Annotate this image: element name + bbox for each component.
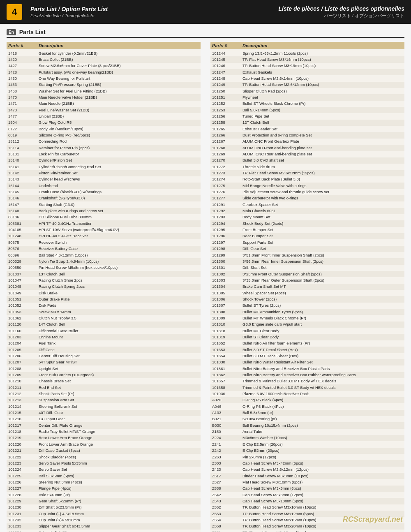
table-row: 1433Starting Pin/Pressure Spring (21BB) bbox=[7, 82, 201, 88]
part-description: Bullet 3.0 MT Decal Sheet (Hex) bbox=[242, 354, 403, 359]
part-number: 101862 bbox=[212, 372, 241, 377]
part-description: Roto-Start Back Plate (Bullet 3.0) bbox=[242, 177, 403, 182]
table-row: Z558TP. Button Head Screw M3x20mm (10pcs… bbox=[210, 523, 404, 530]
table-row: 101229Gear Shaft 5x29mm (Pr) bbox=[7, 498, 201, 504]
table-row: 101221Diff Case Gasket (3pcs) bbox=[7, 448, 201, 454]
table-row: 101232Cup Joint (R)4.5x18mm bbox=[7, 517, 201, 523]
part-description: Trimmed & Painted Bullet 3.0 ST Body w/ … bbox=[242, 385, 403, 390]
table-row: 101253Ball 5.8x14mm (5pcs) bbox=[210, 107, 404, 113]
part-description: Silicone O-ring P-3 (red/5pcs) bbox=[39, 133, 199, 138]
table-row: 101272Throttle slide drum bbox=[210, 164, 404, 170]
part-number: 101253 bbox=[212, 108, 241, 113]
table-row: 1504Glow Plug Cold R5 bbox=[7, 120, 201, 126]
table-row: 101252Bullet ST Wheels Black Chrome (Pr) bbox=[210, 101, 404, 107]
left-col-header: Parts # Description bbox=[7, 42, 201, 49]
right-desc-header: Description bbox=[242, 43, 403, 48]
part-number: 101051 bbox=[8, 297, 37, 302]
part-number: 101301 bbox=[212, 265, 241, 270]
right-parts-list: 101244Spring 13.5x63x1.2mm 11coils (2pcs… bbox=[210, 50, 404, 532]
table-row: 101291Gearbox Spacer Set bbox=[210, 201, 404, 208]
part-description: 13T Input Gear bbox=[39, 416, 199, 421]
part-description: Cap Head Screw M3x42mm (6pcs) bbox=[242, 461, 403, 466]
table-row: 101249TP. Button Head Screw M2.6*12mm (1… bbox=[210, 82, 404, 88]
part-description: O-Ring P5 Black (4pcs) bbox=[242, 398, 403, 402]
part-description: HPI SF-10W Servo (waterproof/4.5kg-cm6.0… bbox=[39, 227, 199, 232]
table-row: 101309Bullet MT Wheels Black Chrome (Pr) bbox=[210, 315, 404, 321]
part-description: Disk Pads bbox=[39, 303, 199, 308]
table-row: 101256Tuned Pipe Set bbox=[210, 113, 404, 119]
part-description: TP. Button Head Screw M3x20mm (10pcs) bbox=[242, 524, 403, 529]
table-row: 101222Shock Bladder (4pcs) bbox=[7, 454, 201, 460]
table-row: 101307Bullet ST Tyres (2pcs) bbox=[210, 303, 404, 309]
part-description: Steering Nut 3mm (4pcs) bbox=[39, 480, 199, 485]
part-number: 15112 bbox=[8, 139, 37, 144]
part-description: Washer Set for Fuel Line Fitting (21BB) bbox=[39, 89, 199, 94]
part-description: Bullet Nitro Water Resistant Air Filter … bbox=[242, 360, 403, 365]
part-number: 101048 bbox=[8, 284, 37, 289]
table-row: 101203Engine Mount bbox=[7, 334, 201, 340]
part-description: Plazma 6.0V 1600mAh Receiver Pack bbox=[242, 391, 403, 396]
part-number: 101266 bbox=[212, 133, 241, 138]
part-description: Pin 2x8mm (12pcs) bbox=[242, 455, 403, 460]
part-description: Glow Plug Cold R5 bbox=[39, 120, 199, 125]
part-number: 1471 bbox=[8, 101, 37, 106]
table-row: 15144Underhead bbox=[7, 183, 201, 189]
table-row: 101160Differential Case Bullet bbox=[7, 328, 201, 334]
part-description: TP. Flanged Screw M3x10mm (6pcs) bbox=[242, 530, 403, 532]
part-number: 101273 bbox=[212, 171, 241, 176]
part-description: Mid Range Needle Valve with o-rings bbox=[242, 183, 403, 188]
part-description: Binder Head Screw M3x8mm (10 pcs) bbox=[242, 474, 403, 479]
part-description: Crankshaft (SG type/G3.0) bbox=[39, 196, 199, 201]
part-description: Differential Case Bullet bbox=[39, 328, 199, 333]
part-number: 104105 bbox=[8, 227, 37, 232]
part-description: Bullet MT Wheels Black Chrome (Pr) bbox=[242, 316, 403, 321]
table-row: 68186HD Silicone Fuel Tube 300mm bbox=[7, 214, 201, 220]
table-row: 1477Uniball (21BB) bbox=[7, 113, 201, 119]
table-row: 10121540T Diff. Gear bbox=[7, 410, 201, 416]
table-row: 15142Piston Pin/retainer Set bbox=[7, 170, 201, 176]
table-row: 101297Support Parts Set bbox=[210, 239, 404, 245]
part-description: Clutch Nut Trophy 3.5 bbox=[39, 316, 199, 321]
part-description: Bullet MT Ammunition Tyres (2pcs) bbox=[242, 310, 403, 315]
table-row: 10121613T Input Gear bbox=[7, 416, 201, 422]
part-number: 101292 bbox=[212, 208, 241, 213]
part-description: Upright Set bbox=[39, 366, 199, 371]
table-row: Z241E Clip E2.5mm (20pcs) bbox=[210, 441, 404, 447]
part-number: 15131 bbox=[8, 152, 37, 157]
part-description: Racing Clutch Spring 2pcs bbox=[39, 284, 199, 289]
part-number: 101308 bbox=[212, 310, 241, 315]
part-number: 101223 bbox=[8, 461, 37, 466]
table-row: 1013003*56.3mm Rear Inner Suspension Sha… bbox=[210, 258, 404, 264]
table-row: 101292Main Chassis 6061 bbox=[210, 208, 404, 214]
part-description: Shock Body Set (2sets) bbox=[242, 221, 403, 226]
table-row: 101204Fuel Tank bbox=[7, 340, 201, 347]
part-number: 101295 bbox=[212, 227, 241, 232]
table-row: 6122Body Pin (Medium/10pcs) bbox=[7, 126, 201, 132]
table-row: 101319Bullet ST Clear Body bbox=[210, 334, 404, 340]
part-number: 101217 bbox=[8, 423, 37, 428]
part-number: 101120 bbox=[8, 322, 37, 327]
table-row: Z552TP. Button Head Screw M3x10mm (10pcs… bbox=[210, 504, 404, 511]
part-number: 101275 bbox=[212, 183, 241, 188]
part-description: Body Mount Set bbox=[242, 215, 403, 220]
part-number: 101657 bbox=[212, 379, 241, 384]
part-description: Exhaust Header Set bbox=[242, 127, 403, 132]
part-number: 101212 bbox=[8, 391, 37, 396]
table-row: 101269ALUM. CNC Rear anti-bending plate … bbox=[210, 151, 404, 157]
part-number: 101296 bbox=[212, 234, 241, 238]
table-row: 1430One Way Bearing for Pullstart bbox=[7, 75, 201, 81]
table-row: 101206Center Diff Housing Set bbox=[7, 353, 201, 359]
part-number: 101247 bbox=[212, 70, 241, 75]
part-number: 1477 bbox=[8, 114, 37, 119]
table-row: 101830Bullet Nitro Water Resistant Air F… bbox=[210, 359, 404, 365]
part-number: 101210 bbox=[8, 379, 37, 384]
table-row: 101295Front Bumper Set bbox=[210, 227, 404, 233]
table-row: 101274Roto-Start Back Plate (Bullet 3.0) bbox=[210, 176, 404, 183]
table-row: 15147Starting Shaft (G3.0) bbox=[7, 201, 201, 208]
part-number: 101234 bbox=[8, 530, 37, 532]
part-number: 101653 bbox=[212, 347, 241, 352]
table-row: 101301Diff. Shaft Set bbox=[210, 265, 404, 271]
table-row: A046O-Ring P3 Black (4Pcs) bbox=[210, 403, 404, 409]
table-row: 1428Pullstart assy. (w/o one-way bearing… bbox=[7, 69, 201, 75]
part-description: Tuned Pipe Set bbox=[242, 114, 403, 119]
